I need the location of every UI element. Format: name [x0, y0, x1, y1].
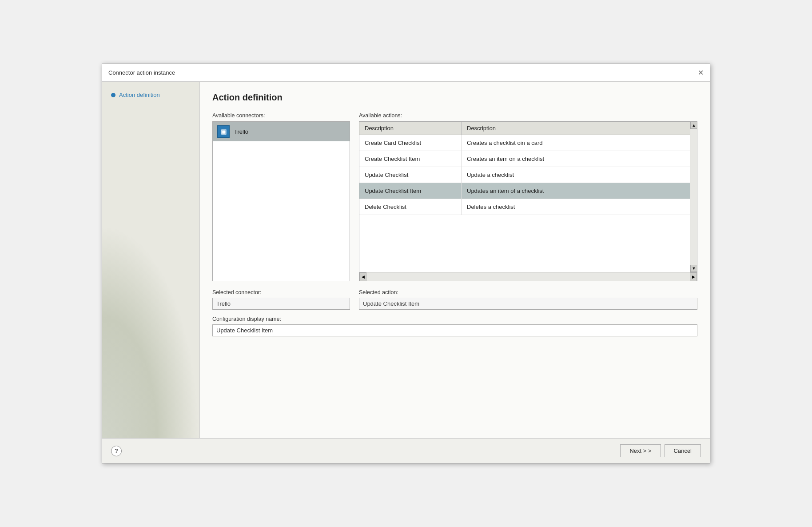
- config-name-group: Configuration display name:: [212, 316, 697, 336]
- scroll-right-button[interactable]: ▶: [690, 272, 697, 281]
- actions-table-container: ▲ ▼ Description Description: [359, 121, 697, 281]
- selected-fields-row: Selected connector: Selected action:: [212, 289, 697, 310]
- dialog: Connector action instance ✕ Action defin…: [102, 64, 710, 463]
- dialog-body: Action definition Action definition Avai…: [102, 82, 710, 438]
- col1-header: Description: [359, 122, 462, 135]
- help-button[interactable]: ?: [111, 446, 122, 456]
- scroll-down-button[interactable]: ▼: [690, 265, 697, 272]
- sidebar: Action definition: [102, 82, 200, 438]
- close-button[interactable]: ✕: [698, 69, 704, 76]
- table-row[interactable]: Create Checklist Item Creates an item on…: [359, 151, 690, 167]
- sidebar-background: [102, 224, 199, 438]
- horizontal-scrollbar[interactable]: ◀ ▶: [359, 272, 697, 281]
- main-content: Action definition Available connectors: …: [200, 82, 710, 438]
- table-header: Description Description: [359, 122, 690, 135]
- h-scroll-track: [366, 272, 690, 281]
- action-name: Create Checklist Item: [359, 151, 462, 167]
- scroll-up-button[interactable]: ▲: [690, 122, 697, 129]
- table-row[interactable]: Update Checklist Update a checklist: [359, 167, 690, 183]
- col2-header: Description: [462, 122, 690, 135]
- page-title: Action definition: [212, 92, 697, 103]
- available-connectors-label: Available connectors:: [212, 112, 350, 119]
- two-col-section: Available connectors: ▣ Trello Available…: [212, 112, 697, 281]
- table-row[interactable]: Delete Checklist Deletes a checklist: [359, 199, 690, 215]
- scroll-track: [690, 129, 697, 265]
- available-actions-label: Available actions:: [359, 112, 697, 119]
- selected-connector-group: Selected connector:: [212, 289, 350, 310]
- dialog-footer: ? Next > > Cancel: [102, 438, 710, 463]
- selected-action-label: Selected action:: [359, 289, 697, 295]
- footer-left: ?: [111, 446, 122, 456]
- connector-list: ▣ Trello: [212, 121, 350, 281]
- actions-table: Description Description Create Card Chec…: [359, 122, 690, 272]
- config-display-name-input[interactable]: [212, 324, 697, 336]
- action-name: Update Checklist: [359, 167, 462, 183]
- table-row[interactable]: Create Card Checklist Creates a checklis…: [359, 135, 690, 151]
- selected-connector-input: [212, 298, 350, 310]
- trello-icon: ▣: [217, 125, 230, 138]
- connector-name: Trello: [234, 128, 248, 135]
- action-name: Update Checklist Item: [359, 183, 462, 199]
- action-description: Deletes a checklist: [462, 199, 690, 215]
- title-bar: Connector action instance ✕: [102, 64, 710, 82]
- action-description: Creates an item on a checklist: [462, 151, 690, 167]
- selected-connector-label: Selected connector:: [212, 289, 350, 295]
- scroll-left-button[interactable]: ◀: [359, 272, 366, 281]
- action-description: Update a checklist: [462, 167, 690, 183]
- action-description: Creates a checklist oin a card: [462, 135, 690, 151]
- action-name: Create Card Checklist: [359, 135, 462, 151]
- sidebar-dot: [111, 93, 115, 97]
- action-name: Delete Checklist: [359, 199, 462, 215]
- table-row-selected[interactable]: Update Checklist Item Updates an item of…: [359, 183, 690, 199]
- actions-section: Available actions: ▲ ▼ Description: [359, 112, 697, 281]
- next-button[interactable]: Next > >: [620, 444, 661, 457]
- selected-action-input: [359, 298, 697, 310]
- selected-action-group: Selected action:: [359, 289, 697, 310]
- sidebar-item-label: Action definition: [119, 92, 160, 98]
- config-display-name-label: Configuration display name:: [212, 316, 697, 322]
- connector-item-trello[interactable]: ▣ Trello: [213, 122, 350, 141]
- dialog-title: Connector action instance: [108, 69, 175, 76]
- cancel-button[interactable]: Cancel: [665, 444, 701, 457]
- action-description: Updates an item of a checklist: [462, 183, 690, 199]
- sidebar-item-action-definition[interactable]: Action definition: [107, 89, 194, 101]
- footer-right: Next > > Cancel: [620, 444, 701, 457]
- connectors-section: Available connectors: ▣ Trello: [212, 112, 350, 281]
- vertical-scrollbar[interactable]: ▲ ▼: [690, 122, 697, 272]
